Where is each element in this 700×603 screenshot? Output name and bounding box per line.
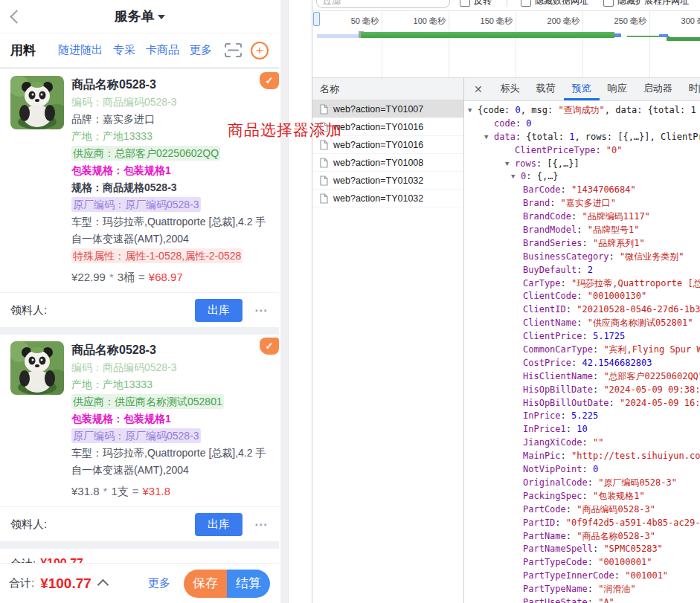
json-token: ClientPriceType (515, 145, 595, 155)
more-actions-icon[interactable]: ⋯ (254, 303, 269, 318)
json-token: : (571, 358, 582, 368)
json-token: HisOpBillOutDate (523, 398, 609, 408)
app-tab[interactable]: 更多 (190, 43, 212, 57)
json-token: : (582, 491, 592, 501)
json-token: BrandSeries (523, 238, 582, 248)
outbound-button[interactable]: 出库 (195, 513, 243, 536)
filter-input[interactable] (316, 0, 450, 8)
settle-button[interactable]: 结算 (227, 570, 270, 598)
json-token: : (555, 517, 565, 528)
attribute-text: 供应商：供应商名称测试052801 (71, 394, 224, 409)
app-tab[interactable]: 专采 (113, 43, 135, 57)
claimant-label: 领料人: (10, 517, 47, 532)
json-token: : (577, 317, 587, 328)
timeline-tick: 150 毫秒 (449, 11, 516, 77)
bottom-action-bar: 合计: ¥100.77 更多 保存 结算 (0, 563, 279, 603)
checkbox-box-icon[interactable] (521, 0, 531, 7)
checkbox-box-icon[interactable] (603, 0, 614, 7)
red-annotation-text: 商品选择器添加 (228, 120, 342, 141)
window-gutter (279, 0, 312, 603)
json-tree-line: ClientCode: "001000130" (464, 290, 700, 303)
page-title[interactable]: 服务单 (115, 7, 165, 25)
detail-tab-item[interactable]: 响应 (600, 78, 635, 100)
detail-tab-active[interactable]: 预览 (564, 78, 600, 100)
more-link[interactable]: 更多 (148, 576, 170, 590)
more-actions-icon[interactable]: ⋯ (254, 517, 269, 532)
total-value: ¥100.77 (40, 575, 91, 592)
json-token: CostPrice (523, 358, 571, 368)
json-token: : (550, 198, 560, 208)
attribute-text: 编码：商品编码0528-3 (71, 96, 177, 108)
app-tab[interactable]: 随进随出 (58, 43, 103, 57)
scan-icon[interactable] (225, 43, 242, 57)
checkbox-invert[interactable]: 反转 (460, 0, 492, 7)
tree-expander-icon[interactable]: ▼ (505, 158, 515, 171)
json-tree-line: ClientID: "20210528-0546-27d6-1b32- (464, 303, 700, 317)
json-token: : (595, 145, 606, 155)
json-tree-line: HisOpBillOutDate: "2024-05-09 16:38: (464, 397, 700, 410)
network-overview-timeline[interactable]: 50 毫秒100 毫秒150 毫秒200 毫秒250 毫秒300 毫秒 (312, 11, 700, 78)
json-token: : (588, 477, 598, 488)
checkbox-box-icon[interactable] (460, 0, 470, 7)
json-token: "2024-05-09 16:38: (620, 398, 700, 408)
json-token: "品牌编码1117" (582, 211, 649, 222)
json-token: PartTypeCode (523, 557, 588, 567)
network-request-row[interactable]: web?action=TY01008 (312, 154, 463, 172)
name-column-header[interactable]: 名称 (312, 78, 463, 100)
product-attribute: 供应商：总部客户02250602QQ (71, 145, 269, 162)
checkbox-hide-data-urls[interactable]: 隐藏数据网址 (521, 0, 588, 7)
json-tree-line: OriginalCode: "原厂编码0528-3" (464, 477, 700, 490)
add-product-icon[interactable]: + (251, 42, 269, 59)
selected-check-badge: ✓ (260, 72, 279, 89)
close-icon[interactable]: ✕ (474, 83, 483, 95)
json-token: 2 (588, 265, 593, 275)
product-attribute: 特殊属性：属性-1-0528,属性-2-0528 (71, 248, 269, 265)
json-token: , rows: [{,…}], ClientPr (574, 132, 700, 142)
detail-tab-item[interactable]: 标头 (492, 78, 528, 100)
tree-expander-icon[interactable]: ▼ (468, 104, 478, 117)
tree-expander-icon[interactable]: ▼ (484, 131, 494, 144)
tree-expander-icon[interactable]: ▼ (511, 170, 521, 184)
checkbox-label: 隐藏数据网址 (535, 0, 588, 7)
json-token: : (577, 265, 587, 275)
mobile-app-panel: 服务单 用料随进随出专采卡商品更多 + ✓ 商品名称0528-3 (0, 0, 279, 603)
app-tab[interactable]: 卡商品 (146, 43, 179, 57)
json-tree-line: BrandCode: "品牌编码1117" (464, 210, 700, 224)
json-token: "商品名称0528-3" (577, 531, 655, 541)
detail-tab-item[interactable]: 载荷 (528, 78, 564, 100)
outbound-button[interactable]: 出库 (195, 299, 243, 322)
json-token: HisOpBillDate (523, 384, 593, 395)
json-tree-line: ▼0: {,…} (464, 170, 700, 184)
json-token: : (582, 238, 592, 248)
json-token: PartUseState (523, 597, 588, 603)
file-icon (320, 158, 328, 168)
json-token: "SPMC05283" (603, 544, 662, 554)
app-tab[interactable]: 用料 (10, 42, 36, 59)
network-request-table: 名称 web?action=TY01007 web?action=TY01016… (312, 78, 463, 603)
json-token: NotVipPoint (523, 464, 582, 474)
attribute-text: 包装规格：包装规格1 (71, 413, 171, 425)
file-icon (320, 104, 328, 115)
detail-tab-item[interactable]: 启动器 (635, 78, 681, 100)
back-icon[interactable] (10, 10, 23, 23)
request-name: web?action=TY01016 (333, 122, 423, 132)
checkbox-hide-extension-urls[interactable]: 隐藏扩展程序网址 (603, 0, 689, 7)
json-token: 5.225 (571, 410, 598, 421)
network-request-row[interactable]: web?action=TY01007 (312, 100, 463, 118)
detail-tab-item[interactable]: 时间 (681, 78, 700, 100)
save-button[interactable]: 保存 (184, 570, 227, 598)
json-token: "http://test.sihuiyun.com/ (571, 451, 700, 461)
json-tree-line: PartUseState: "A" (464, 596, 700, 603)
network-request-row[interactable]: web?action=TY01032 (312, 172, 463, 190)
chevron-up-icon[interactable] (97, 579, 109, 591)
json-token: "玛莎拉蒂,Quattroporte [总 (571, 278, 700, 288)
network-request-row[interactable]: web?action=TY01032 (312, 190, 463, 207)
attribute-text: 原厂编码：原厂编码0528-3 (71, 428, 201, 443)
overview-handle[interactable] (313, 12, 320, 26)
json-token: : (566, 304, 577, 315)
product-attribute: 原厂编码：原厂编码0528-3 (71, 196, 269, 213)
json-token: PartCode (523, 504, 566, 515)
json-tree-line: PartTypeName: "润滑油" (464, 583, 700, 596)
price-row: ¥31.8*1支=¥31.8 (0, 479, 279, 506)
product-title: 商品名称0528-3 (71, 341, 269, 359)
